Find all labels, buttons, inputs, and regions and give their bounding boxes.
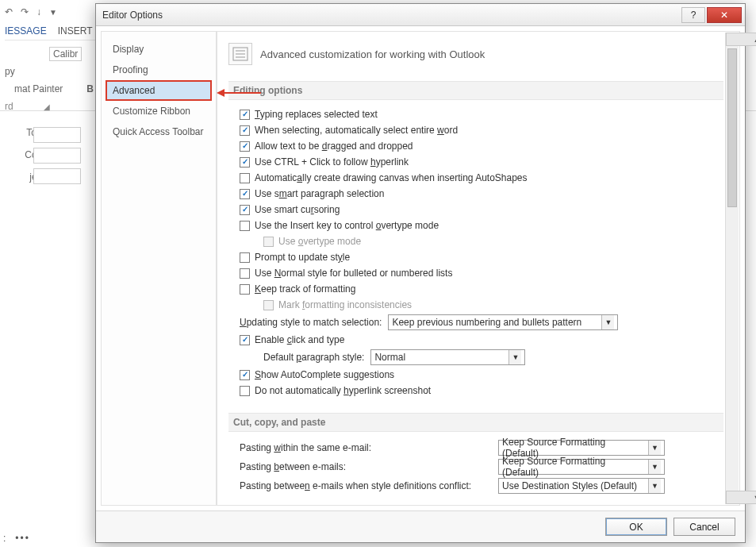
options-panel: Advanced customization for working with … [217,31,740,506]
option-checkbox[interactable] [240,268,250,279]
hyperlink-screenshot-checkbox[interactable] [240,386,250,396]
category-advanced[interactable]: Advanced [106,81,211,100]
section-editing-header: Editing options [228,81,723,100]
option-checkbox [263,300,274,310]
dialog-launcher-icon[interactable]: ◢ [44,102,50,111]
editing-option-row: Use CTRL + Click to follow hyperlink [228,154,723,170]
option-label: Automatically create drawing canvas when… [255,172,528,183]
editing-option-row: Keep track of formatting [228,281,723,297]
enable-click-type-label: Enable click and type [255,334,344,345]
dialog-titlebar: Editor Options ? ✕ [96,4,745,26]
undo-icon[interactable]: ↶ [5,6,13,17]
tab-message[interactable]: IESSAGE [5,25,47,37]
vertical-scrollbar[interactable]: ▲ ▼ [725,33,739,504]
paste-option-select[interactable]: Keep Source Formatting (Default)▼ [498,440,665,456]
option-label: Allow text to be dragged and dropped [255,141,413,152]
editing-option-row: Mark formatting inconsistencies [228,297,723,313]
default-paragraph-style-label: Default paragraph style: [263,352,364,363]
format-painter-label: mat Painter [14,83,63,94]
option-checkbox[interactable] [240,173,250,183]
scrollbar-thumb[interactable] [727,48,737,207]
editing-option-row: Use smart cursoring [228,202,723,218]
category-display[interactable]: Display [106,40,211,59]
updating-style-select[interactable]: Keep previous numbering and bullets patt… [388,314,618,330]
option-label: Keep track of formatting [255,283,355,295]
subject-input[interactable] [33,168,81,184]
scroll-up-icon[interactable]: ▲ [726,33,756,46]
dialog-title: Editor Options [102,10,680,21]
panel-heading: Advanced customization for working with … [260,48,485,60]
status-colon: : [3,533,6,544]
editing-option-row: Prompt to update style [228,249,723,265]
editing-option-row: Use overtype mode [228,233,723,249]
option-checkbox[interactable] [240,205,250,215]
paste-option-label: Pasting within the same e-mail: [240,442,492,453]
chevron-down-icon: ▼ [648,441,661,455]
editing-option-row: Automatically create drawing canvas when… [228,170,723,186]
dialog-button-bar: OK Cancel [96,510,745,542]
option-checkbox[interactable] [240,221,250,231]
cancel-button[interactable]: Cancel [673,518,735,536]
help-button[interactable]: ? [681,7,705,23]
category-list: Display Proofing Advanced Customize Ribb… [101,31,217,506]
paste-option-row: Pasting between e-mails when style defin… [228,476,723,495]
chevron-down-icon: ▼ [508,350,521,364]
option-checkbox[interactable] [240,284,250,295]
option-checkbox[interactable] [240,110,250,120]
tab-insert[interactable]: INSERT [58,25,93,37]
down-arrow-icon[interactable]: ↓ [36,6,41,17]
option-label: Use the Insert key to control overtype m… [255,220,439,231]
hyperlink-screenshot-label: Do not automatically hyperlink screensho… [255,385,431,396]
chevron-down-icon: ▼ [601,315,614,329]
chevron-down-icon: ▼ [648,460,661,474]
options-scroll-area: Advanced customization for working with … [217,32,739,505]
clipboard-group-label: rd [5,101,13,112]
section-paste-header: Cut, copy, and paste [228,413,723,432]
option-label: Use CTRL + Click to follow hyperlink [255,156,409,168]
advanced-heading-icon [228,43,252,65]
option-label: Use overtype mode [278,236,361,247]
paste-option-row: Pasting within the same e-mail:Keep Sour… [228,438,723,457]
option-checkbox[interactable] [240,141,250,152]
option-label: Use smart paragraph selection [255,188,384,199]
option-checkbox[interactable] [240,189,250,199]
editor-options-dialog: Editor Options ? ✕ Display Proofing Adva… [95,3,746,543]
option-checkbox [263,237,274,247]
chevron-down-icon: ▼ [648,479,661,493]
redo-icon[interactable]: ↷ [21,6,29,17]
editing-option-row: Use smart paragraph selection [228,186,723,202]
option-checkbox[interactable] [240,157,250,168]
category-quick-access-toolbar[interactable]: Quick Access Toolbar [106,122,211,141]
paste-option-row: Pasting between e-mails:Keep Source Form… [228,457,723,476]
updating-style-label: Updating style to match selection: [240,317,382,328]
editing-option-row: Use the Insert key to control overtype m… [228,218,723,233]
editing-option-row: Use Normal style for bulleted or numbere… [228,265,723,281]
autocomplete-label: Show AutoComplete suggestions [255,369,394,380]
status-dots: ••• [15,533,30,544]
scroll-down-icon[interactable]: ▼ [726,491,756,504]
option-checkbox[interactable] [240,252,250,263]
option-label: Use Normal style for bulleted or numbere… [255,268,452,279]
category-proofing[interactable]: Proofing [106,60,211,79]
close-button[interactable]: ✕ [707,7,742,23]
to-input[interactable] [33,127,81,143]
paste-option-select[interactable]: Use Destination Styles (Default)▼ [498,478,665,494]
option-label: Typing replaces selected text [255,109,378,120]
option-label: Mark formatting inconsistencies [278,299,412,310]
paste-option-label: Pasting between e-mails when style defin… [240,480,492,491]
compose-field-inputs [33,127,81,189]
enable-click-type-checkbox[interactable] [240,335,250,345]
bold-icon[interactable]: B [86,83,94,94]
option-label: Prompt to update style [255,252,350,263]
ok-button[interactable]: OK [605,518,667,536]
cc-input[interactable] [33,148,81,164]
font-name-box[interactable]: Calibr [49,47,82,61]
editing-option-row: Typing replaces selected text [228,106,723,122]
autocomplete-checkbox[interactable] [240,370,250,380]
copy-label: py [5,66,15,77]
option-checkbox[interactable] [240,125,250,136]
category-customize-ribbon[interactable]: Customize Ribbon [106,102,211,121]
dropdown-arrow-icon[interactable]: ▼ [49,8,57,17]
default-paragraph-style-select[interactable]: Normal ▼ [370,349,525,365]
paste-option-select[interactable]: Keep Source Formatting (Default)▼ [498,459,665,475]
